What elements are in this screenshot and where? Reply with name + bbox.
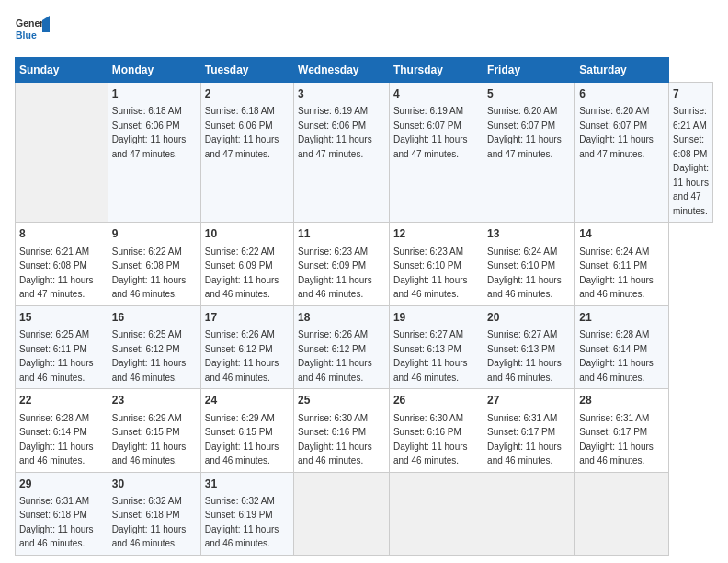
day-info: Sunrise: 6:22 AMSunset: 6:08 PMDaylight:… — [112, 247, 187, 300]
day-info: Sunrise: 6:27 AMSunset: 6:13 PMDaylight:… — [487, 329, 562, 383]
day-number: 31 — [205, 477, 290, 492]
day-number: 3 — [298, 86, 385, 102]
col-header-wednesday: Wednesday — [294, 58, 390, 83]
day-number: 15 — [19, 310, 104, 326]
day-info: Sunrise: 6:24 AMSunset: 6:10 PMDaylight:… — [487, 247, 562, 300]
day-info: Sunrise: 6:19 AMSunset: 6:07 PMDaylight:… — [393, 106, 468, 159]
day-info: Sunrise: 6:20 AMSunset: 6:07 PMDaylight:… — [487, 106, 562, 159]
day-cell: 1Sunrise: 6:18 AMSunset: 6:06 PMDaylight… — [108, 83, 200, 223]
day-number: 28 — [579, 393, 665, 408]
day-number: 30 — [112, 477, 197, 492]
day-cell: 28Sunrise: 6:31 AMSunset: 6:17 PMDayligh… — [575, 389, 669, 472]
day-info: Sunrise: 6:26 AMSunset: 6:12 PMDaylight:… — [298, 329, 372, 383]
calendar-table: SundayMondayTuesdayWednesdayThursdayFrid… — [15, 57, 713, 556]
col-header-saturday: Saturday — [575, 58, 669, 83]
logo-svg: General Blue — [15, 15, 50, 50]
col-header-monday: Monday — [108, 58, 200, 83]
day-cell: 12Sunrise: 6:23 AMSunset: 6:10 PMDayligh… — [389, 223, 483, 305]
day-cell — [575, 472, 669, 555]
col-header-sunday: Sunday — [16, 58, 108, 83]
day-number: 13 — [487, 226, 571, 242]
day-number: 18 — [298, 310, 385, 326]
week-row-2: 8Sunrise: 6:21 AMSunset: 6:08 PMDaylight… — [16, 223, 713, 305]
day-number: 17 — [205, 310, 290, 326]
day-info: Sunrise: 6:27 AMSunset: 6:13 PMDaylight:… — [393, 329, 468, 383]
day-number: 21 — [579, 310, 665, 326]
day-cell: 9Sunrise: 6:22 AMSunset: 6:08 PMDaylight… — [108, 223, 200, 305]
day-info: Sunrise: 6:22 AMSunset: 6:09 PMDaylight:… — [205, 247, 279, 300]
svg-text:Blue: Blue — [16, 29, 37, 40]
week-row-5: 29Sunrise: 6:31 AMSunset: 6:18 PMDayligh… — [16, 472, 713, 555]
day-cell: 17Sunrise: 6:26 AMSunset: 6:12 PMDayligh… — [200, 305, 293, 388]
day-cell: 19Sunrise: 6:27 AMSunset: 6:13 PMDayligh… — [389, 305, 483, 388]
day-cell: 26Sunrise: 6:30 AMSunset: 6:16 PMDayligh… — [389, 389, 483, 472]
day-cell: 14Sunrise: 6:24 AMSunset: 6:11 PMDayligh… — [575, 223, 669, 305]
day-cell: 10Sunrise: 6:22 AMSunset: 6:09 PMDayligh… — [200, 223, 293, 305]
day-info: Sunrise: 6:26 AMSunset: 6:12 PMDaylight:… — [205, 329, 279, 383]
day-cell: 21Sunrise: 6:28 AMSunset: 6:14 PMDayligh… — [575, 305, 669, 388]
day-cell: 25Sunrise: 6:30 AMSunset: 6:16 PMDayligh… — [294, 389, 390, 472]
logo: General Blue — [15, 15, 50, 50]
day-cell: 23Sunrise: 6:29 AMSunset: 6:15 PMDayligh… — [108, 389, 200, 472]
day-number: 5 — [487, 86, 571, 102]
day-info: Sunrise: 6:28 AMSunset: 6:14 PMDaylight:… — [579, 329, 654, 383]
day-number: 23 — [112, 393, 197, 408]
day-cell: 29Sunrise: 6:31 AMSunset: 6:18 PMDayligh… — [16, 472, 108, 555]
day-number: 24 — [205, 393, 290, 408]
day-number: 16 — [112, 310, 197, 326]
day-cell: 3Sunrise: 6:19 AMSunset: 6:06 PMDaylight… — [294, 83, 390, 223]
day-cell: 6Sunrise: 6:20 AMSunset: 6:07 PMDaylight… — [575, 83, 669, 223]
day-cell: 5Sunrise: 6:20 AMSunset: 6:07 PMDaylight… — [483, 83, 575, 223]
day-info: Sunrise: 6:29 AMSunset: 6:15 PMDaylight:… — [112, 413, 187, 466]
day-cell: 7Sunrise: 6:21 AMSunset: 6:08 PMDaylight… — [669, 83, 713, 223]
day-number: 6 — [579, 86, 665, 102]
day-info: Sunrise: 6:29 AMSunset: 6:15 PMDaylight:… — [205, 413, 279, 466]
day-cell: 2Sunrise: 6:18 AMSunset: 6:06 PMDaylight… — [200, 83, 293, 223]
day-cell: 24Sunrise: 6:29 AMSunset: 6:15 PMDayligh… — [200, 389, 293, 472]
week-row-3: 15Sunrise: 6:25 AMSunset: 6:11 PMDayligh… — [16, 305, 713, 388]
day-cell: 15Sunrise: 6:25 AMSunset: 6:11 PMDayligh… — [16, 305, 108, 388]
day-info: Sunrise: 6:18 AMSunset: 6:06 PMDaylight:… — [112, 106, 187, 159]
day-number: 4 — [393, 86, 479, 102]
day-cell — [483, 472, 575, 555]
day-info: Sunrise: 6:18 AMSunset: 6:06 PMDaylight:… — [205, 106, 279, 159]
day-cell: 16Sunrise: 6:25 AMSunset: 6:12 PMDayligh… — [108, 305, 200, 388]
day-info: Sunrise: 6:28 AMSunset: 6:14 PMDaylight:… — [19, 413, 94, 466]
day-info: Sunrise: 6:31 AMSunset: 6:17 PMDaylight:… — [487, 413, 562, 466]
day-cell — [16, 83, 108, 223]
day-info: Sunrise: 6:23 AMSunset: 6:10 PMDaylight:… — [393, 247, 468, 300]
day-info: Sunrise: 6:32 AMSunset: 6:19 PMDaylight:… — [205, 496, 279, 549]
day-cell: 13Sunrise: 6:24 AMSunset: 6:10 PMDayligh… — [483, 223, 575, 305]
day-info: Sunrise: 6:30 AMSunset: 6:16 PMDaylight:… — [393, 413, 468, 466]
day-number: 10 — [205, 226, 290, 242]
day-number: 20 — [487, 310, 571, 326]
day-info: Sunrise: 6:21 AMSunset: 6:08 PMDaylight:… — [19, 247, 94, 300]
day-info: Sunrise: 6:31 AMSunset: 6:18 PMDaylight:… — [19, 496, 94, 549]
day-info: Sunrise: 6:19 AMSunset: 6:06 PMDaylight:… — [298, 106, 372, 159]
day-info: Sunrise: 6:20 AMSunset: 6:07 PMDaylight:… — [579, 106, 654, 159]
col-header-friday: Friday — [483, 58, 575, 83]
week-row-1: 1Sunrise: 6:18 AMSunset: 6:06 PMDaylight… — [16, 83, 713, 223]
col-header-thursday: Thursday — [389, 58, 483, 83]
day-cell: 20Sunrise: 6:27 AMSunset: 6:13 PMDayligh… — [483, 305, 575, 388]
day-cell: 27Sunrise: 6:31 AMSunset: 6:17 PMDayligh… — [483, 389, 575, 472]
day-cell — [294, 472, 390, 555]
header-row: SundayMondayTuesdayWednesdayThursdayFrid… — [16, 58, 713, 83]
day-info: Sunrise: 6:25 AMSunset: 6:11 PMDaylight:… — [19, 329, 94, 383]
page-header: General Blue — [15, 15, 713, 50]
day-number: 26 — [393, 393, 479, 408]
day-cell: 8Sunrise: 6:21 AMSunset: 6:08 PMDaylight… — [16, 223, 108, 305]
day-number: 29 — [19, 477, 104, 492]
day-number: 1 — [112, 86, 197, 102]
day-number: 11 — [298, 226, 385, 242]
day-info: Sunrise: 6:21 AMSunset: 6:08 PMDaylight:… — [673, 106, 709, 216]
day-info: Sunrise: 6:24 AMSunset: 6:11 PMDaylight:… — [579, 247, 654, 300]
day-info: Sunrise: 6:25 AMSunset: 6:12 PMDaylight:… — [112, 329, 187, 383]
day-cell — [389, 472, 483, 555]
day-info: Sunrise: 6:30 AMSunset: 6:16 PMDaylight:… — [298, 413, 372, 466]
day-cell: 11Sunrise: 6:23 AMSunset: 6:09 PMDayligh… — [294, 223, 390, 305]
day-info: Sunrise: 6:31 AMSunset: 6:17 PMDaylight:… — [579, 413, 654, 466]
day-number: 12 — [393, 226, 479, 242]
day-cell: 31Sunrise: 6:32 AMSunset: 6:19 PMDayligh… — [200, 472, 293, 555]
day-number: 25 — [298, 393, 385, 408]
